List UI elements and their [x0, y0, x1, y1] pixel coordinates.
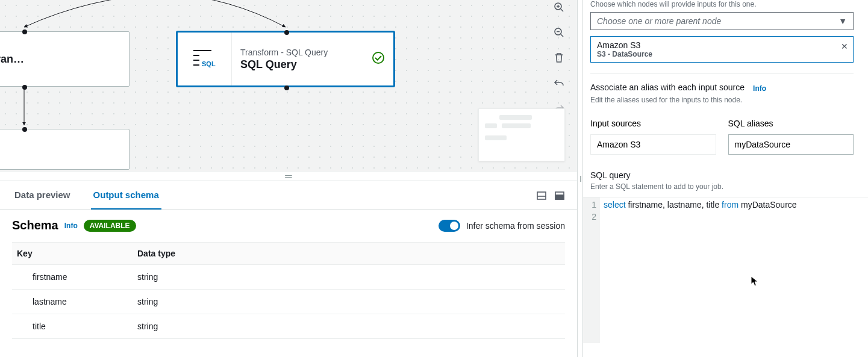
tab-data-preview[interactable]: Data preview: [12, 181, 73, 210]
tab-output-schema[interactable]: Output schema: [91, 181, 161, 210]
sql-aliases-label: SQL aliases: [728, 119, 854, 128]
minimap[interactable]: [478, 108, 565, 161]
input-sources-label: Input sources: [590, 119, 716, 128]
chip-remove-icon[interactable]: ✕: [841, 42, 848, 51]
chevron-down-icon: ▼: [838, 16, 847, 26]
trash-icon[interactable]: [552, 51, 566, 65]
infer-schema-toggle[interactable]: [439, 220, 460, 232]
node-filter[interactable]: form - Filter: [0, 129, 130, 170]
node-title: SQL Query: [240, 58, 363, 71]
node-subtitle: Transform - SQL Query: [240, 48, 363, 57]
horizontal-resize-handle[interactable]: ═: [0, 171, 577, 181]
zoom-in-icon[interactable]: [552, 0, 566, 14]
undo-icon[interactable]: [552, 76, 566, 90]
properties-panel: Choose which nodes will provide inputs f…: [583, 0, 868, 357]
check-icon: [372, 51, 385, 67]
visual-canvas[interactable]: orm - Dynamic Tran… SQL: [0, 0, 577, 171]
table-row: titlestring: [12, 314, 565, 339]
code-line[interactable]: select firstname, lastname, title from m…: [600, 197, 801, 343]
panel-expand-icon[interactable]: [554, 190, 565, 201]
parent-node-chip: Amazon S3 S3 - DataSource ✕: [590, 36, 854, 63]
col-header-type: Data type: [133, 243, 565, 265]
infer-schema-label: Infer schema from session: [466, 221, 565, 231]
svg-rect-17: [555, 195, 564, 199]
svg-line-12: [561, 34, 563, 37]
node-sql-query[interactable]: SQL Transform - SQL Query SQL Query: [176, 31, 395, 87]
associate-alias-helper: Edit the aliases used for the inputs to …: [590, 96, 854, 104]
sql-transform-icon: SQL: [178, 33, 232, 85]
svg-line-8: [561, 9, 563, 11]
svg-point-6: [373, 52, 384, 63]
vertical-resize-handle[interactable]: ||: [577, 0, 583, 357]
associate-alias-info-link[interactable]: Info: [753, 84, 766, 93]
col-header-key: Key: [12, 243, 133, 265]
sql-code-editor[interactable]: 12 select firstname, lastname, title fro…: [583, 197, 868, 343]
available-badge: AVAILABLE: [84, 220, 136, 232]
schema-heading: Schema: [12, 219, 58, 232]
chip-title: Amazon S3: [597, 40, 835, 50]
code-gutter: 12: [583, 197, 600, 343]
parent-node-placeholder: Choose one or more parent node: [597, 16, 721, 26]
table-row: lastnamestring: [12, 290, 565, 314]
parent-node-select[interactable]: Choose one or more parent node ▼: [590, 12, 854, 30]
associate-alias-label: Associate an alias with each input sourc…: [590, 82, 745, 92]
zoom-out-icon[interactable]: [552, 25, 566, 40]
schema-table: Key Data type firstnamestring lastnamest…: [12, 242, 565, 339]
sql-alias-input[interactable]: [728, 134, 854, 155]
table-row: firstnamestring: [12, 265, 565, 290]
input-source-value: Amazon S3: [590, 134, 716, 155]
schema-info-link[interactable]: Info: [64, 222, 78, 230]
sql-query-helper: Enter a SQL statement to add to your job…: [590, 182, 854, 191]
chip-subtitle: S3 - DataSource: [597, 50, 835, 58]
svg-rect-14: [537, 192, 546, 199]
sql-query-label: SQL query: [590, 170, 854, 180]
node-dynamic-transform[interactable]: orm - Dynamic Tran…: [0, 31, 130, 87]
svg-text:SQL: SQL: [202, 60, 216, 67]
node-title: orm - Dynamic Tran…: [0, 53, 24, 66]
panel-collapse-icon[interactable]: [536, 190, 547, 201]
choose-nodes-helper: Choose which nodes will provide inputs f…: [590, 0, 854, 8]
bottom-panel: Data preview Output schema Schema Info A…: [0, 181, 577, 357]
